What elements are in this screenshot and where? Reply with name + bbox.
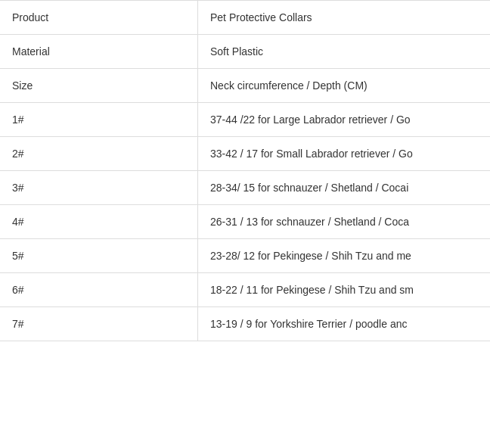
cell-value: Neck circumference / Depth (CM) xyxy=(198,69,490,102)
table-row: 6#18-22 / 11 for Pekingese / Shih Tzu an… xyxy=(0,273,490,307)
cell-value: 18-22 / 11 for Pekingese / Shih Tzu and … xyxy=(198,273,490,306)
table-row: 3#28-34/ 15 for schnauzer / Shetland / C… xyxy=(0,171,490,205)
table-row: 4#26-31 / 13 for schnauzer / Shetland / … xyxy=(0,205,490,239)
table-row: 7#13-19 / 9 for Yorkshire Terrier / pood… xyxy=(0,307,490,341)
cell-label: 6# xyxy=(0,273,198,306)
cell-value: 26-31 / 13 for schnauzer / Shetland / Co… xyxy=(198,205,490,238)
cell-label: 7# xyxy=(0,307,198,341)
cell-value: 13-19 / 9 for Yorkshire Terrier / poodle… xyxy=(198,307,490,341)
table-row: 1#37-44 /22 for Large Labrador retriever… xyxy=(0,103,490,137)
table-row: 2#33-42 / 17 for Small Labrador retrieve… xyxy=(0,137,490,171)
table-row: MaterialSoft Plastic xyxy=(0,35,490,69)
cell-label: 5# xyxy=(0,239,198,272)
cell-label: Material xyxy=(0,35,198,68)
cell-label: 2# xyxy=(0,137,198,170)
table-row: ProductPet Protective Collars xyxy=(0,0,490,35)
cell-label: 4# xyxy=(0,205,198,238)
cell-value: 33-42 / 17 for Small Labrador retriever … xyxy=(198,137,490,170)
cell-label: 1# xyxy=(0,103,198,136)
cell-value: 37-44 /22 for Large Labrador retriever /… xyxy=(198,103,490,136)
cell-label: Product xyxy=(0,1,198,34)
cell-label: 3# xyxy=(0,171,198,204)
cell-value: Pet Protective Collars xyxy=(198,1,490,34)
table-row: SizeNeck circumference / Depth (CM) xyxy=(0,69,490,103)
cell-label: Size xyxy=(0,69,198,102)
cell-value: Soft Plastic xyxy=(198,35,490,68)
table-row: 5#23-28/ 12 for Pekingese / Shih Tzu and… xyxy=(0,239,490,273)
product-table: ProductPet Protective CollarsMaterialSof… xyxy=(0,0,490,341)
cell-value: 28-34/ 15 for schnauzer / Shetland / Coc… xyxy=(198,171,490,204)
cell-value: 23-28/ 12 for Pekingese / Shih Tzu and m… xyxy=(198,239,490,272)
